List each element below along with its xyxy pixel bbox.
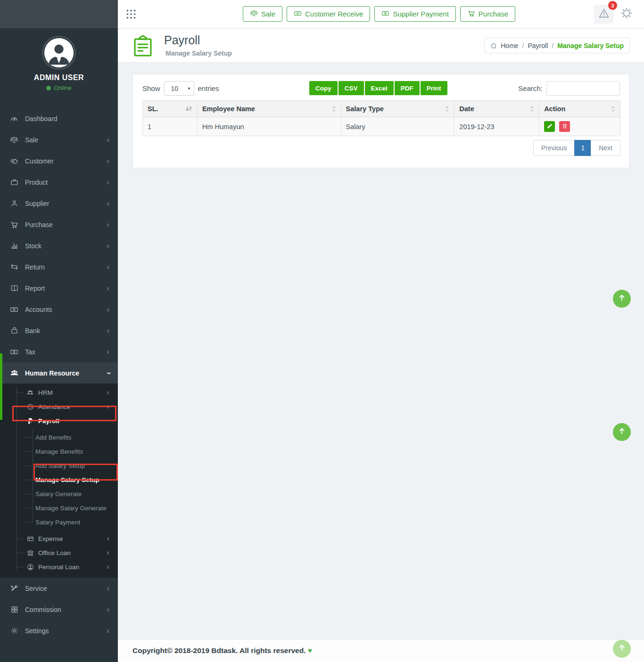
chevron-left-icon: ‹ bbox=[107, 327, 109, 335]
pagination-page-1[interactable]: 1 bbox=[574, 140, 591, 156]
sidebar-item-commission[interactable]: Commission ‹ bbox=[0, 599, 118, 620]
clock-icon bbox=[26, 403, 34, 410]
sale-button[interactable]: Sale bbox=[243, 6, 282, 22]
submenu-item-manage-benefits[interactable]: Manage Benefits bbox=[0, 444, 118, 458]
chevron-left-icon: ‹ bbox=[107, 627, 109, 635]
pdf-button[interactable]: PDF bbox=[395, 81, 420, 95]
submenu-item-attendance[interactable]: Attendance ‹ bbox=[0, 400, 118, 414]
sidebar-item-settings[interactable]: Settings ‹ bbox=[0, 620, 118, 641]
edit-button[interactable] bbox=[544, 121, 555, 132]
search-label: Search: bbox=[518, 84, 543, 92]
sidebar-item-label: Purchase bbox=[25, 221, 118, 229]
chevron-left-icon: ‹ bbox=[107, 348, 109, 356]
settings-button[interactable] bbox=[617, 5, 636, 24]
sidebar-item-label: Sale bbox=[25, 136, 118, 144]
print-button[interactable]: Print bbox=[421, 81, 447, 95]
sale-button-label: Sale bbox=[261, 10, 275, 18]
column-header-sl[interactable]: SL. bbox=[143, 101, 198, 117]
supplier-payment-button[interactable]: Supplier Payment bbox=[374, 6, 455, 22]
copy-button[interactable]: Copy bbox=[309, 81, 338, 95]
submenu-item-manage-salary-generate[interactable]: Manage Salary Generate bbox=[0, 501, 118, 515]
submenu-item-salary-payment[interactable]: Salary Payment bbox=[0, 515, 118, 529]
sidebar-item-stock[interactable]: Stock ‹ bbox=[0, 235, 118, 256]
sidebar-item-tax[interactable]: Tax ‹ bbox=[0, 341, 118, 362]
sort-both-icon bbox=[611, 106, 615, 112]
paypal-icon bbox=[26, 417, 34, 425]
breadcrumb-current: Manage Salary Setup bbox=[557, 42, 624, 49]
chevron-left-icon: ‹ bbox=[107, 606, 109, 613]
menu-toggle-icon[interactable] bbox=[125, 8, 137, 22]
sidebar-item-label: Return bbox=[25, 263, 118, 271]
submenu-item-manage-salary-setup[interactable]: Manage Salary Setup bbox=[0, 473, 118, 487]
chevron-left-icon: ‹ bbox=[107, 242, 109, 250]
sidebar-item-purchase[interactable]: Purchase ‹ bbox=[0, 214, 118, 235]
topbar-right: 3 bbox=[594, 5, 636, 24]
bank-building-icon bbox=[26, 549, 34, 556]
submenu-item-label: Salary Payment bbox=[35, 519, 118, 526]
delete-button[interactable] bbox=[559, 121, 570, 132]
purchase-button[interactable]: Purchase bbox=[460, 6, 515, 22]
warning-icon bbox=[598, 8, 610, 21]
sidebar-item-human-resource[interactable]: Human Resource ‹ bbox=[0, 362, 118, 384]
column-header-date[interactable]: Date bbox=[454, 101, 539, 117]
submenu-item-expense[interactable]: Expense ‹ bbox=[0, 531, 118, 546]
csv-button[interactable]: CSV bbox=[339, 81, 364, 95]
sidebar-item-customer[interactable]: Customer ‹ bbox=[0, 150, 118, 172]
banknote-icon bbox=[294, 9, 302, 19]
breadcrumb-home[interactable]: Home bbox=[501, 42, 518, 49]
sidebar-item-label: Product bbox=[25, 179, 118, 186]
chevron-left-icon: ‹ bbox=[107, 535, 109, 542]
people-icon bbox=[26, 389, 34, 396]
footer: Copyright© 2018-2019 Bdtask. All rights … bbox=[118, 639, 644, 662]
column-header-salary-type[interactable]: Salary Type bbox=[341, 101, 454, 117]
sidebar-item-sale[interactable]: Sale ‹ bbox=[0, 129, 118, 150]
scroll-to-top-button[interactable] bbox=[613, 290, 631, 308]
pagination-next[interactable]: Next bbox=[591, 140, 620, 156]
submenu-item-add-salary-setup[interactable]: Add Salary Setup bbox=[0, 458, 118, 473]
sidebar-item-bank[interactable]: Bank ‹ bbox=[0, 320, 118, 341]
alerts-badge: 3 bbox=[608, 1, 617, 10]
chevron-left-icon: ‹ bbox=[107, 285, 109, 292]
banknote-icon bbox=[9, 348, 19, 356]
submenu-item-office-loan[interactable]: Office Loan ‹ bbox=[0, 546, 118, 560]
people-icon bbox=[9, 368, 19, 377]
customer-receive-button[interactable]: Customer Receive bbox=[287, 6, 370, 22]
excel-button[interactable]: Excel bbox=[365, 81, 394, 95]
heart-icon: ♥ bbox=[308, 646, 312, 654]
cell-sl: 1 bbox=[143, 117, 198, 136]
chevron-left-icon: ‹ bbox=[107, 157, 109, 165]
purchase-button-label: Purchase bbox=[479, 10, 508, 18]
scroll-to-top-button[interactable] bbox=[613, 423, 631, 441]
submenu-item-salary-generate[interactable]: Salary Generate bbox=[0, 487, 118, 501]
active-menu-indicator bbox=[0, 353, 2, 420]
submenu-item-add-benefits[interactable]: Add Benefits bbox=[0, 430, 118, 444]
sidebar-item-service[interactable]: Service ‹ bbox=[0, 578, 118, 599]
pencil-icon bbox=[547, 123, 553, 130]
alerts-button[interactable]: 3 bbox=[594, 5, 614, 24]
user-status: Online bbox=[0, 84, 118, 91]
chevron-left-icon: ‹ bbox=[107, 200, 109, 207]
table-length-control: Show 10 ▾ entries bbox=[142, 81, 219, 96]
sidebar-item-supplier[interactable]: Supplier ‹ bbox=[0, 193, 118, 214]
sidebar-item-return[interactable]: Return ‹ bbox=[0, 256, 118, 278]
sidebar-item-accounts[interactable]: Accounts ‹ bbox=[0, 299, 118, 320]
table-header-row: SL. Employee Name Salary Type Date Actio… bbox=[143, 101, 620, 117]
scales-icon bbox=[250, 9, 258, 19]
breadcrumb-payroll[interactable]: Payroll bbox=[528, 42, 548, 49]
submenu-item-personal-loan[interactable]: Personal Loan ‹ bbox=[0, 560, 118, 574]
submenu-item-payroll[interactable]: Payroll bbox=[0, 414, 118, 428]
cart-icon bbox=[9, 221, 19, 229]
column-header-employee-name[interactable]: Employee Name bbox=[197, 101, 341, 117]
scroll-to-top-button[interactable] bbox=[613, 640, 631, 658]
chevron-left-icon: ‹ bbox=[107, 263, 109, 271]
entries-select[interactable]: 10 ▾ bbox=[164, 81, 194, 96]
submenu-item-hrm[interactable]: HRM ‹ bbox=[0, 385, 118, 400]
search-input[interactable] bbox=[546, 81, 620, 96]
sidebar-item-dashboard[interactable]: Dashboard bbox=[0, 108, 118, 129]
page-title: Payroll bbox=[164, 33, 200, 47]
user-name: ADMIN USER bbox=[0, 74, 118, 82]
sidebar-item-product[interactable]: Product ‹ bbox=[0, 172, 118, 193]
pagination-previous[interactable]: Previous bbox=[533, 140, 575, 156]
sidebar-item-report[interactable]: Report ‹ bbox=[0, 278, 118, 299]
column-header-action[interactable]: Action bbox=[539, 101, 620, 117]
